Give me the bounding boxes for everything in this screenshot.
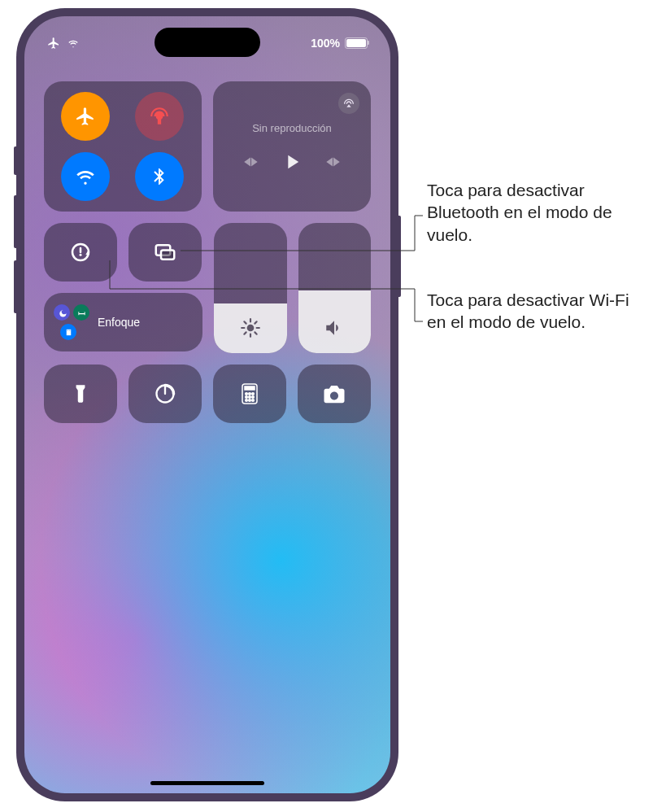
cellular-icon bbox=[149, 106, 170, 127]
dynamic-island bbox=[155, 28, 260, 57]
phone-frame: 100% bbox=[16, 8, 398, 801]
svg-rect-6 bbox=[69, 330, 70, 330]
airplay-button[interactable] bbox=[338, 93, 359, 114]
screen: 100% bbox=[24, 16, 390, 793]
svg-point-17 bbox=[246, 399, 248, 402]
svg-point-11 bbox=[246, 393, 248, 395]
timer-icon bbox=[154, 382, 176, 405]
camera-icon bbox=[322, 382, 346, 406]
svg-point-14 bbox=[246, 396, 248, 399]
building-icon bbox=[60, 324, 76, 340]
screen-mirroring-button[interactable] bbox=[128, 223, 202, 282]
silent-switch bbox=[14, 146, 16, 175]
calculator-icon bbox=[240, 382, 259, 405]
wifi-toggle[interactable] bbox=[61, 152, 110, 201]
svg-point-1 bbox=[80, 254, 82, 256]
svg-point-19 bbox=[252, 399, 255, 402]
svg-rect-10 bbox=[245, 386, 255, 390]
bluetooth-icon bbox=[150, 167, 169, 186]
wifi-icon bbox=[75, 166, 96, 187]
brightness-slider[interactable] bbox=[214, 223, 287, 353]
moon-icon bbox=[54, 304, 70, 321]
home-indicator[interactable] bbox=[150, 781, 264, 785]
focus-icon-cluster bbox=[54, 304, 89, 340]
battery-icon bbox=[345, 37, 368, 49]
volume-icon bbox=[324, 317, 345, 342]
svg-point-16 bbox=[252, 396, 255, 399]
airplane-icon bbox=[47, 37, 60, 50]
flashlight-icon bbox=[70, 383, 91, 404]
volume-up-button bbox=[14, 195, 16, 248]
svg-rect-5 bbox=[67, 330, 67, 330]
orientation-lock-toggle[interactable] bbox=[44, 223, 117, 282]
battery-percent-label: 100% bbox=[311, 37, 340, 50]
brightness-icon bbox=[240, 317, 261, 342]
svg-point-13 bbox=[252, 393, 255, 395]
previous-icon[interactable] bbox=[242, 153, 259, 171]
play-icon[interactable] bbox=[281, 151, 303, 173]
svg-point-12 bbox=[249, 393, 251, 395]
connectivity-module[interactable] bbox=[44, 81, 202, 212]
bluetooth-toggle[interactable] bbox=[135, 152, 184, 201]
annotation-wifi: Toca para desactivar Wi-Fi en el modo de… bbox=[427, 289, 646, 334]
wifi-status-icon bbox=[67, 37, 80, 50]
svg-rect-3 bbox=[161, 251, 174, 260]
volume-down-button bbox=[14, 260, 16, 313]
focus-button[interactable]: Enfoque bbox=[44, 293, 202, 351]
flashlight-button[interactable] bbox=[44, 365, 117, 423]
airplane-mode-toggle[interactable] bbox=[61, 92, 110, 141]
svg-point-18 bbox=[249, 399, 251, 402]
power-button bbox=[398, 216, 401, 297]
focus-label: Enfoque bbox=[98, 316, 140, 329]
airplay-icon bbox=[342, 97, 355, 110]
bed-icon bbox=[73, 304, 89, 321]
now-playing-label: Sin reproducción bbox=[224, 122, 359, 134]
timer-button[interactable] bbox=[128, 365, 202, 423]
svg-rect-4 bbox=[66, 329, 71, 334]
cellular-data-toggle[interactable] bbox=[135, 92, 184, 141]
svg-point-15 bbox=[249, 396, 251, 399]
orientation-lock-icon bbox=[68, 240, 93, 264]
calculator-button[interactable] bbox=[213, 365, 286, 423]
screen-mirror-icon bbox=[153, 240, 177, 264]
annotation-bluetooth: Toca para desactivar Bluetooth en el mod… bbox=[427, 179, 646, 246]
camera-button[interactable] bbox=[298, 365, 371, 423]
svg-point-7 bbox=[246, 325, 254, 332]
media-module[interactable]: Sin reproducción bbox=[213, 81, 371, 212]
volume-slider[interactable] bbox=[298, 223, 372, 353]
airplane-icon bbox=[75, 106, 96, 127]
next-icon[interactable] bbox=[324, 153, 342, 171]
control-center: Sin reproducción bbox=[44, 81, 371, 423]
